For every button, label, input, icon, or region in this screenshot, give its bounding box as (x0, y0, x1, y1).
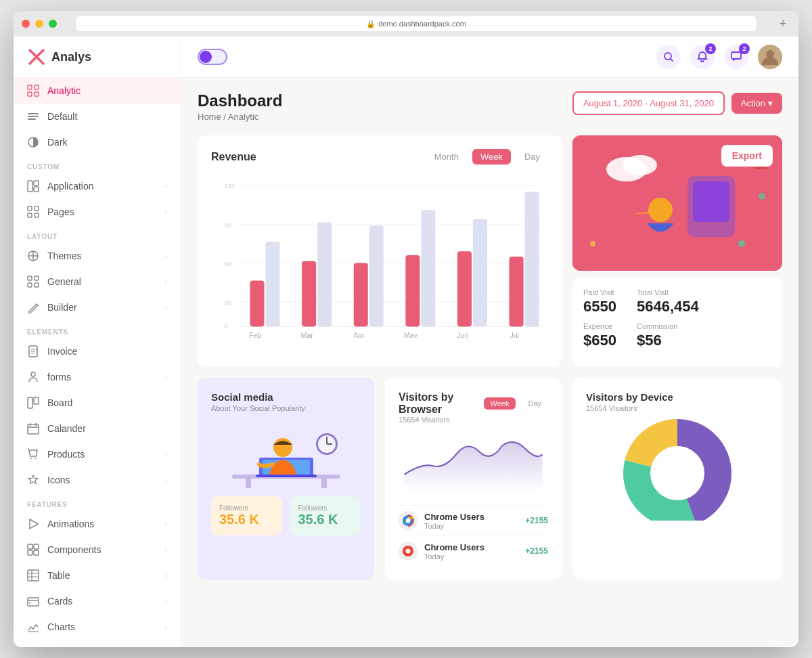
sidebar-item-general-label: General (47, 276, 157, 287)
chrome2-date: Today (424, 552, 518, 561)
sidebar-item-animations[interactable]: Animations › (14, 511, 181, 537)
svg-rect-58 (473, 219, 487, 326)
followers-row: Followers 35.6 K Followers 35.6 K (211, 496, 361, 535)
svg-rect-2 (28, 92, 32, 96)
social-media-card: Social media About Your Social Popularit… (198, 378, 374, 579)
sidebar-item-icons-label: Icons (47, 475, 157, 485)
app-window: 🔒 demo.dashboardpack.com + Analys (14, 11, 798, 647)
notifications-button[interactable]: 2 (690, 45, 715, 69)
sidebar-item-general[interactable]: General › (14, 269, 181, 294)
sidebar-item-cards[interactable]: Cards › (14, 588, 181, 614)
page-content: Dashboard Home / Analytic August 1, 2020… (181, 78, 798, 647)
svg-rect-4 (28, 113, 39, 114)
svg-rect-80 (256, 475, 317, 477)
search-button[interactable] (656, 45, 681, 69)
sidebar-item-products[interactable]: Products › (14, 441, 181, 467)
visitors-device-card: Visitors by Device 15654 Visaitors (572, 378, 782, 579)
messages-badge: 2 (739, 43, 750, 54)
date-range-button[interactable]: August 1, 2020 - August 31, 2020 (572, 91, 725, 115)
section-features: FEATURES (14, 493, 181, 511)
table-icon (27, 569, 39, 582)
section-layout: LAYOUT (14, 225, 181, 243)
svg-point-73 (738, 240, 745, 247)
followers2-card: Followers 35.6 K (290, 496, 361, 535)
sidebar-item-themes[interactable]: Themes › (14, 243, 181, 269)
sidebar-item-builder[interactable]: Builder › (14, 294, 181, 320)
charts-icon (27, 621, 39, 633)
export-button[interactable]: Export (721, 145, 773, 167)
period-day[interactable]: Day (516, 149, 548, 164)
browser-period-day[interactable]: Day (521, 397, 548, 410)
page-title: Dashboard (198, 91, 282, 110)
followers1-card: Followers 35.6 K (211, 496, 282, 535)
period-month[interactable]: Month (426, 149, 467, 164)
sidebar-item-application[interactable]: Application › (14, 173, 181, 199)
sidebar-item-uikits[interactable]: UI Kits › (14, 640, 181, 647)
sidebar-item-calander[interactable]: Calander (14, 416, 181, 441)
sidebar-item-default[interactable]: Default (14, 104, 181, 129)
uikits-icon (27, 646, 39, 647)
svg-rect-21 (28, 397, 32, 408)
sidebar-item-forms[interactable]: forms › (14, 364, 181, 390)
minimize-button[interactable] (35, 20, 43, 28)
total-visit-stat: Total Visit 5646,454 (637, 288, 699, 315)
donut-svg (616, 412, 738, 521)
notifications-badge: 2 (705, 43, 716, 54)
sidebar-item-table[interactable]: Table › (14, 563, 181, 588)
bell-icon (697, 51, 708, 62)
user-avatar[interactable] (758, 45, 782, 69)
page-title-block: Dashboard Home / Analytic (198, 91, 282, 122)
section-elements: ELEMENTS (14, 320, 181, 338)
board-icon (27, 397, 39, 409)
sidebar: Analys Analytic Default (14, 37, 181, 647)
toggle-knob (200, 51, 212, 63)
logo-text: Analys (51, 50, 91, 64)
sidebar-item-table-label: Table (47, 570, 157, 581)
sidebar-item-board[interactable]: Board (14, 390, 181, 416)
sidebar-item-components[interactable]: Components › (14, 537, 181, 563)
svg-rect-17 (28, 283, 32, 287)
sidebar-item-animations-label: Animations (47, 519, 157, 529)
sidebar-item-charts[interactable]: Charts › (14, 614, 181, 640)
main-content: 2 2 (181, 37, 798, 647)
svg-text:30: 30 (224, 299, 231, 307)
chevron-right-icon: › (165, 253, 167, 260)
chrome2-info: Chrome Users Today (424, 542, 518, 561)
close-button[interactable] (22, 20, 30, 28)
application-icon (27, 180, 39, 192)
sidebar-item-themes-label: Themes (47, 250, 157, 261)
search-icon (663, 51, 674, 62)
sidebar-item-dark[interactable]: Dark (14, 129, 181, 155)
url-text: demo.dashboardpack.com (378, 20, 466, 28)
breadcrumb-home[interactable]: Home (198, 112, 221, 122)
period-week[interactable]: Week (472, 149, 511, 164)
svg-rect-31 (28, 570, 39, 581)
total-visit-label: Total Visit (637, 288, 699, 297)
svg-rect-50 (265, 242, 279, 326)
total-visit-value: 5646,454 (637, 298, 699, 315)
sidebar-item-invoice[interactable]: Invoice (14, 338, 181, 364)
sidebar-item-pages[interactable]: Pages › (14, 199, 181, 225)
sidebar-item-dark-label: Dark (47, 137, 167, 148)
svg-rect-0 (28, 85, 32, 89)
sidebar-item-analytic[interactable]: Analytic (14, 78, 181, 104)
svg-marker-26 (30, 519, 38, 529)
action-button[interactable]: Action ▾ (731, 93, 782, 114)
themes-icon (27, 250, 39, 262)
address-bar[interactable]: 🔒 demo.dashboardpack.com (76, 16, 757, 31)
svg-rect-30 (34, 550, 39, 555)
stats-row-finance: Expence $650 Commission $56 (583, 322, 771, 349)
sidebar-item-icons[interactable]: Icons › (14, 467, 181, 493)
maximize-button[interactable] (49, 20, 57, 28)
theme-toggle[interactable] (198, 49, 227, 65)
svg-rect-18 (35, 283, 39, 287)
period-tabs: Month Week Day (426, 149, 548, 164)
chevron-right-icon: › (165, 209, 167, 216)
social-svg (219, 420, 354, 488)
messages-button[interactable]: 2 (724, 45, 748, 69)
svg-rect-29 (28, 550, 32, 555)
browser-period-week[interactable]: Week (484, 397, 516, 410)
new-tab-button[interactable]: + (775, 16, 790, 31)
svg-rect-53 (354, 263, 368, 327)
followers1-value: 35.6 K (219, 512, 274, 527)
